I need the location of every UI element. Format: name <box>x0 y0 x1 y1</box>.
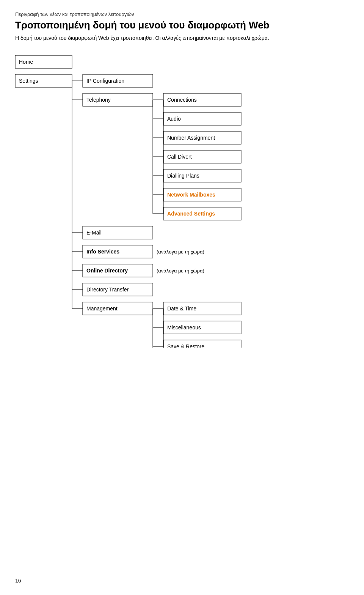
svg-text:Advanced Settings: Advanced Settings <box>167 211 215 217</box>
svg-text:Online Directory: Online Directory <box>86 268 128 274</box>
svg-text:IP Configuration: IP Configuration <box>86 78 124 84</box>
page-description: Η δομή του μενού του διαμορφωτή Web έχει… <box>15 35 349 41</box>
svg-text:Directory Transfer: Directory Transfer <box>86 286 129 293</box>
svg-text:E-Mail: E-Mail <box>86 230 102 236</box>
svg-text:(ανάλογα με τη χώρα): (ανάλογα με τη χώρα) <box>157 268 204 274</box>
svg-text:Connections: Connections <box>167 97 197 103</box>
page-subtitle: Περιγραφή των νέων και τροποποιημένων λε… <box>15 11 349 17</box>
svg-text:Management: Management <box>86 305 118 312</box>
svg-text:Settings: Settings <box>19 78 38 84</box>
svg-text:Home: Home <box>19 59 33 65</box>
page-title: Τροποποιημένη δομή του μενού του διαμορφ… <box>15 19 349 31</box>
menu-diagram: Home Settings IP Configuration Telephony… <box>15 52 349 349</box>
svg-text:Audio: Audio <box>167 116 181 122</box>
svg-text:(ανάλογα με τη χώρα): (ανάλογα με τη χώρα) <box>157 249 204 255</box>
svg-text:Save & Restore: Save & Restore <box>167 343 204 348</box>
svg-text:Network Mailboxes: Network Mailboxes <box>167 192 215 198</box>
svg-text:Date & Time: Date & Time <box>167 305 196 312</box>
svg-text:Info Services: Info Services <box>86 249 119 255</box>
svg-text:Miscellaneous: Miscellaneous <box>167 324 201 331</box>
desc-part1: Η δομή του μενού του διαμορφωτή Web έχει… <box>15 35 181 41</box>
svg-text:Telephony: Telephony <box>86 97 111 103</box>
svg-text:Call Divert: Call Divert <box>167 154 192 160</box>
desc-part2: επισημαίνονται με πορτοκαλί χρώμα. <box>182 35 269 41</box>
menu-tree-svg: Home Settings IP Configuration Telephony… <box>15 52 303 348</box>
svg-text:Dialling Plans: Dialling Plans <box>167 173 199 179</box>
svg-text:Number Assignment: Number Assignment <box>167 135 215 141</box>
page-number: 16 <box>15 578 21 584</box>
